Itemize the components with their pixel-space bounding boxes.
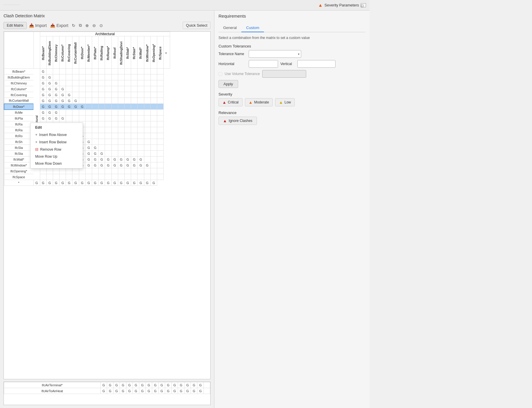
cell[interactable]	[124, 92, 131, 98]
cell[interactable]	[118, 74, 124, 80]
cell[interactable]	[144, 151, 150, 157]
cell[interactable]	[157, 127, 163, 133]
cell[interactable]	[99, 80, 105, 86]
cell[interactable]: G	[66, 180, 72, 186]
cell[interactable]	[99, 86, 105, 92]
cell[interactable]	[138, 92, 144, 98]
cell[interactable]: G	[85, 139, 92, 145]
cell[interactable]	[99, 121, 105, 127]
cell[interactable]: G	[99, 151, 105, 157]
cell[interactable]: G	[152, 382, 159, 388]
cell[interactable]	[144, 86, 150, 92]
cell[interactable]: G	[46, 98, 53, 104]
cell[interactable]: G	[131, 162, 138, 168]
cell[interactable]: G	[111, 180, 118, 186]
cell[interactable]	[150, 104, 157, 110]
matrix-area-2[interactable]: IfcAirTerminal* G G G G G G G G G G G	[4, 382, 211, 405]
cell[interactable]	[157, 157, 163, 162]
cell[interactable]	[157, 139, 163, 145]
cell[interactable]: G	[101, 382, 107, 388]
cell[interactable]: G	[79, 180, 85, 186]
cell[interactable]	[157, 151, 163, 157]
cell[interactable]: G	[46, 115, 53, 121]
cell[interactable]	[85, 115, 92, 121]
zoom-in-button[interactable]: ⊕	[84, 22, 90, 29]
cell[interactable]: G	[79, 104, 85, 110]
cell[interactable]	[138, 80, 144, 86]
cell[interactable]	[144, 121, 150, 127]
cell[interactable]: G	[53, 180, 59, 186]
cell[interactable]: G	[101, 388, 107, 394]
cell[interactable]	[150, 92, 157, 98]
cell[interactable]: G	[120, 388, 126, 394]
volume-input[interactable]	[262, 70, 306, 78]
cell[interactable]	[46, 168, 53, 174]
cell[interactable]	[124, 174, 131, 180]
cell[interactable]: G	[40, 86, 46, 92]
cell[interactable]	[150, 127, 157, 133]
cell[interactable]	[72, 110, 79, 115]
cell[interactable]: G	[92, 145, 99, 151]
cell[interactable]	[111, 133, 118, 139]
cell[interactable]	[150, 133, 157, 139]
cell[interactable]	[118, 69, 124, 74]
cell[interactable]	[124, 151, 131, 157]
cell[interactable]	[131, 69, 138, 74]
cell[interactable]: G	[53, 104, 59, 110]
cell[interactable]: G	[60, 115, 66, 121]
fit-button[interactable]: ⊙	[98, 22, 104, 29]
cell[interactable]	[144, 104, 150, 110]
cell[interactable]: G	[53, 80, 59, 86]
cell[interactable]	[99, 139, 105, 145]
cell[interactable]	[118, 174, 124, 180]
table-row[interactable]: IfcSta G G G G G G G G G G	[4, 151, 170, 157]
cell[interactable]	[144, 168, 150, 174]
table-row[interactable]: IfcWindow* G G G G G G G G G G G	[4, 162, 170, 168]
cell[interactable]	[118, 151, 124, 157]
cell[interactable]	[92, 74, 99, 80]
cell[interactable]: G	[111, 157, 118, 162]
cell[interactable]: G	[85, 157, 92, 162]
cell[interactable]	[99, 69, 105, 74]
cell[interactable]	[66, 174, 72, 180]
table-row[interactable]: IfcSpace	[4, 174, 170, 180]
cell[interactable]	[66, 74, 72, 80]
cell[interactable]	[138, 104, 144, 110]
cell[interactable]	[66, 110, 72, 115]
cell[interactable]	[53, 174, 59, 180]
cell[interactable]	[79, 80, 85, 86]
cell[interactable]	[92, 80, 99, 86]
cell[interactable]: G	[133, 382, 139, 388]
cell[interactable]: G	[120, 382, 126, 388]
cell[interactable]: G	[113, 382, 120, 388]
cell[interactable]	[60, 168, 66, 174]
cell[interactable]	[111, 151, 118, 157]
cell[interactable]	[105, 121, 111, 127]
horizontal-input[interactable]	[249, 60, 278, 68]
cell[interactable]	[118, 80, 124, 86]
cell[interactable]: G	[139, 388, 146, 394]
cell[interactable]	[105, 110, 111, 115]
cell[interactable]	[99, 92, 105, 98]
cell[interactable]: G	[126, 382, 133, 388]
cell[interactable]: G	[144, 180, 150, 186]
cell[interactable]	[111, 98, 118, 104]
cell[interactable]	[204, 388, 210, 394]
apply-button[interactable]: Apply	[218, 80, 238, 88]
cell[interactable]: G	[92, 180, 99, 186]
table-row[interactable]: IfcMe G G G	[4, 110, 170, 115]
cell[interactable]	[118, 104, 124, 110]
cell[interactable]	[60, 174, 66, 180]
ignore-clashes-button[interactable]: ▲ Ignore Clashes	[218, 117, 257, 125]
cell[interactable]	[99, 168, 105, 174]
cell[interactable]	[124, 69, 131, 74]
cell[interactable]	[157, 69, 163, 74]
cell[interactable]	[105, 127, 111, 133]
cell[interactable]	[118, 121, 124, 127]
cell[interactable]	[85, 127, 92, 133]
cell[interactable]: G	[172, 388, 178, 394]
cell[interactable]	[66, 168, 72, 174]
cell[interactable]	[105, 174, 111, 180]
cell[interactable]: G	[99, 162, 105, 168]
cell[interactable]	[111, 115, 118, 121]
